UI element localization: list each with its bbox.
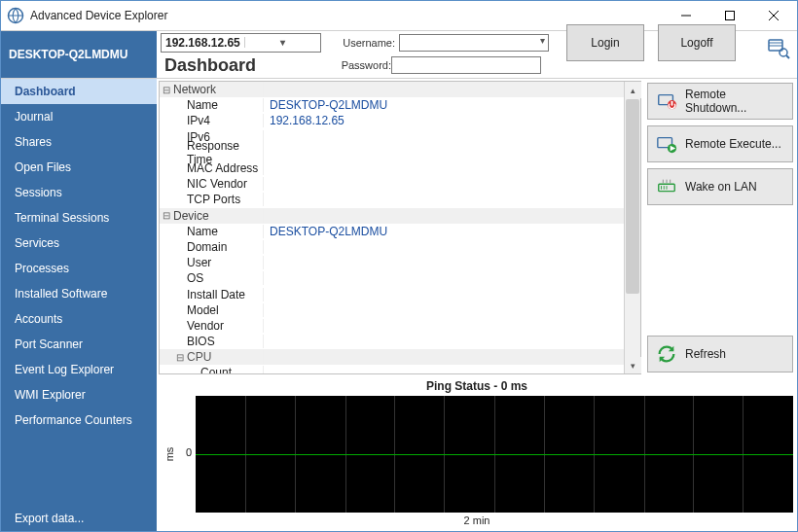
window-title: Advanced Device Explorer	[30, 9, 664, 22]
username-label: Username:	[339, 37, 395, 49]
prop-label: MAC Address	[173, 161, 264, 175]
collapse-icon[interactable]: ⊟	[160, 210, 173, 221]
prop-value: 192.168.12.65	[264, 114, 624, 127]
sidebar-item-processes[interactable]: Processes	[1, 256, 157, 281]
hostname-cell: DESKTOP-Q2LMDMU	[1, 31, 157, 78]
app-icon	[7, 7, 24, 24]
sidebar-item-performance-counters[interactable]: Performance Counters	[1, 408, 157, 433]
sidebar-item-shares[interactable]: Shares	[1, 129, 157, 155]
chart-plot	[196, 396, 793, 513]
ping-chart: Ping Status - 0 ms ms 0	[161, 376, 793, 527]
sidebar-item-wmi-explorer[interactable]: WMI Explorer	[1, 382, 157, 408]
scroll-up-icon[interactable]: ▴	[625, 82, 641, 98]
sidebar-item-journal[interactable]: Journal	[1, 104, 157, 129]
shutdown-icon	[656, 90, 677, 112]
username-field[interactable]	[399, 34, 549, 52]
sidebar-item-installed-software[interactable]: Installed Software	[1, 281, 157, 306]
refresh-button[interactable]: Refresh	[647, 336, 793, 372]
action-panel: Remote Shutdown... Remote Execute... Wak…	[643, 79, 797, 376]
prop-value: DESKTOP-Q2LMDMU	[264, 98, 624, 112]
sidebar: Dashboard Journal Shares Open Files Sess…	[1, 79, 157, 531]
remote-execute-button[interactable]: Remote Execute...	[647, 125, 793, 162]
prop-label: Install Date	[173, 288, 264, 301]
prop-value: DESKTOP-Q2LMDMU	[264, 225, 624, 238]
chevron-down-icon[interactable]: ▾	[540, 35, 545, 46]
password-field[interactable]	[391, 56, 541, 74]
sidebar-item-open-files[interactable]: Open Files	[1, 155, 157, 180]
sidebar-item-services[interactable]: Services	[1, 231, 157, 256]
prop-label: TCP Ports	[173, 193, 264, 206]
remote-shutdown-button[interactable]: Remote Shutdown...	[647, 83, 793, 120]
chevron-down-icon[interactable]: ▾	[244, 37, 320, 48]
chart-ylabel: ms	[161, 396, 178, 513]
sidebar-item-dashboard[interactable]: Dashboard	[1, 79, 157, 104]
prop-label: Name	[173, 98, 264, 112]
toolbar: DESKTOP-Q2LMDMU 192.168.12.65 ▾ Username…	[1, 30, 797, 79]
svg-rect-2	[725, 12, 734, 20]
page-title: Dashboard	[161, 55, 325, 76]
wol-icon	[656, 176, 677, 197]
sidebar-item-port-scanner[interactable]: Port Scanner	[1, 332, 157, 357]
sidebar-item-export-data[interactable]: Export data...	[1, 506, 157, 531]
prop-label: NIC Vendor	[173, 177, 264, 191]
wake-on-lan-button[interactable]: Wake on LAN	[647, 168, 793, 205]
prop-label: Count	[173, 366, 264, 373]
collapse-icon[interactable]: ⊟	[160, 85, 173, 95]
sidebar-item-accounts[interactable]: Accounts	[1, 306, 157, 332]
prop-label: Domain	[173, 240, 264, 254]
password-label: Password:	[335, 59, 391, 71]
scroll-thumb[interactable]	[626, 99, 639, 294]
prop-label: OS	[173, 271, 264, 285]
collapse-icon[interactable]: ⊟	[173, 352, 187, 363]
sidebar-item-terminal-sessions[interactable]: Terminal Sessions	[1, 205, 157, 231]
hostname-text: DESKTOP-Q2LMDMU	[9, 48, 127, 61]
window-close-button[interactable]	[751, 2, 795, 29]
svg-rect-12	[671, 101, 673, 106]
sidebar-item-event-log-explorer[interactable]: Event Log Explorer	[1, 357, 157, 382]
chart-ytick: 0	[178, 396, 196, 513]
prop-label: BIOS	[173, 335, 264, 348]
host-ip-combo[interactable]: 192.168.12.65 ▾	[161, 33, 321, 53]
scrollbar[interactable]: ▴ ▾	[624, 82, 640, 373]
chart-title: Ping Status - 0 ms	[161, 376, 793, 396]
prop-label: Name	[173, 225, 264, 238]
prop-label: IPv4	[173, 114, 264, 127]
sidebar-item-sessions[interactable]: Sessions	[1, 180, 157, 205]
refresh-icon	[656, 343, 677, 365]
scroll-down-icon[interactable]: ▾	[625, 357, 641, 373]
prop-label: User	[173, 256, 264, 269]
prop-label: Vendor	[173, 319, 264, 333]
property-grid: ⊟Network NameDESKTOP-Q2LMDMU IPv4192.168…	[159, 81, 641, 374]
prop-label: Model	[173, 303, 264, 317]
host-ip-value: 192.168.12.65	[162, 36, 244, 50]
execute-icon	[656, 133, 677, 155]
chart-xlabel: 2 min	[161, 513, 793, 526]
chart-series-line	[196, 454, 793, 455]
